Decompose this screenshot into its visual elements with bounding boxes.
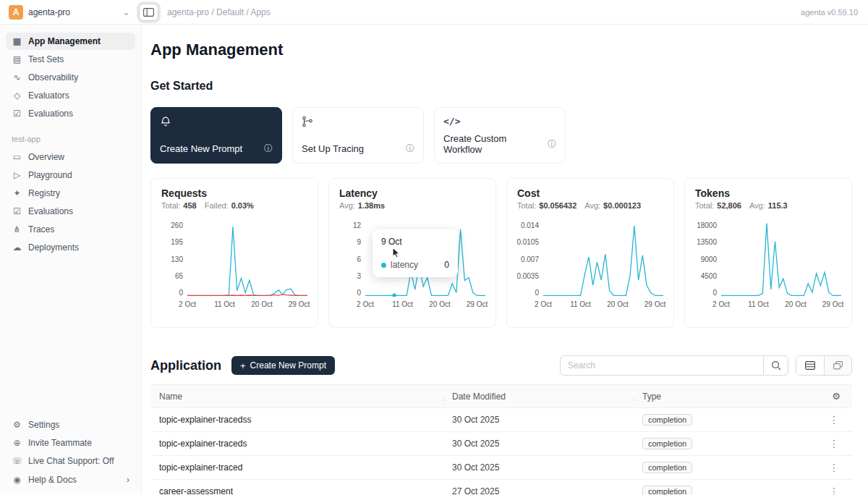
stat-subtitle: Total:52,806 Avg:115.3 bbox=[695, 201, 841, 210]
cost-chart[interactable] bbox=[543, 221, 663, 297]
bell-icon bbox=[160, 116, 171, 127]
sidebar-item-help-docs[interactable]: ◉ Help & Docs › bbox=[6, 470, 135, 488]
info-icon[interactable]: ⓘ bbox=[548, 138, 556, 151]
search-group bbox=[560, 355, 788, 376]
x-axis-labels: 2 Oct11 Oct20 Oct29 Oct bbox=[365, 297, 485, 310]
card-view-button[interactable] bbox=[824, 356, 851, 375]
stat-title: Cost bbox=[517, 187, 663, 199]
code-icon: </> bbox=[443, 116, 556, 127]
card-view-icon bbox=[833, 361, 843, 370]
table-settings-gear-icon[interactable]: ⚙ bbox=[832, 391, 841, 402]
sidebar-item-test-sets[interactable]: ▤ Test Sets bbox=[6, 51, 135, 68]
application-heading: Application bbox=[150, 358, 221, 373]
search-button[interactable] bbox=[764, 355, 788, 376]
app-name: career-assessment bbox=[150, 486, 443, 495]
app-type-badge: completion bbox=[642, 414, 692, 426]
row-menu-button[interactable]: ⋮ bbox=[826, 486, 842, 495]
app-grid-icon: ▦ bbox=[12, 36, 22, 46]
y-axis-labels: 0.0140.01050.0070.00350 bbox=[517, 221, 543, 297]
tooltip-date: 9 Oct bbox=[381, 237, 449, 247]
sidebar-item-label: Evaluators bbox=[28, 90, 69, 101]
sidebar-item-settings[interactable]: ⚙ Settings bbox=[6, 416, 135, 433]
get-started-cards: Create New Prompt ⓘ Set Up Tracing ⓘ </> bbox=[150, 107, 852, 164]
x-axis-labels: 2 Oct11 Oct20 Oct29 Oct bbox=[543, 297, 663, 310]
top-bar: A agenta-pro ⌄ agenta-pro / Default / Ap… bbox=[0, 0, 868, 25]
page-title: App Management bbox=[150, 41, 852, 59]
app-name: topic-explainer-traceds bbox=[150, 439, 443, 449]
sidebar-item-label: Help & Docs bbox=[28, 475, 77, 485]
tokens-chart[interactable] bbox=[721, 221, 841, 297]
breadcrumb[interactable]: agenta-pro / Default / Apps bbox=[167, 7, 271, 17]
app-type-badge: completion bbox=[642, 462, 692, 473]
app-date-modified: 27 Oct 2025 bbox=[443, 486, 634, 495]
sidebar-item-playground[interactable]: ▷ Playground bbox=[6, 166, 135, 184]
sidebar-item-registry[interactable]: ✦ Registry bbox=[6, 185, 135, 202]
get-started-heading: Get Started bbox=[150, 80, 852, 93]
stat-subtitle: Avg:1.38ms bbox=[339, 201, 485, 210]
y-axis-labels: 1800013500900045000 bbox=[695, 221, 721, 297]
row-menu-button[interactable]: ⋮ bbox=[826, 414, 842, 426]
table-row-topic-explainer-traceds[interactable]: topic-explainer-traceds 30 Oct 2025 comp… bbox=[150, 432, 852, 456]
sidebar-item-label: Registry bbox=[28, 188, 60, 198]
create-custom-workflow-card[interactable]: </> Create Custom Workflow ⓘ bbox=[434, 107, 566, 164]
stat-title: Latency bbox=[339, 187, 485, 199]
sidebar-toggle-button[interactable] bbox=[139, 4, 158, 21]
sidebar-item-label: App Management bbox=[28, 36, 101, 46]
sidebar-item-observability[interactable]: ∿ Observability bbox=[6, 69, 135, 86]
sidebar-item-invite-teammate[interactable]: ⊕ Invite Teammate bbox=[6, 434, 135, 452]
app-date-modified: 30 Oct 2025 bbox=[443, 439, 634, 449]
sidebar-item-deployments[interactable]: ☁ Deployments bbox=[6, 239, 135, 256]
view-toggle bbox=[796, 355, 852, 376]
info-icon[interactable]: ⓘ bbox=[406, 143, 414, 155]
chevron-right-icon: › bbox=[127, 474, 129, 485]
table-row-career-assessment[interactable]: career-assessment 27 Oct 2025 completion… bbox=[150, 480, 852, 495]
sidebar-item-evaluations[interactable]: ☑ Evaluations bbox=[6, 105, 135, 122]
overview-icon: ▭ bbox=[12, 152, 22, 162]
sidebar-item-label: Playground bbox=[28, 170, 72, 180]
column-header-name[interactable]: Name bbox=[150, 392, 443, 402]
search-input[interactable] bbox=[560, 355, 764, 376]
create-new-prompt-card[interactable]: Create New Prompt ⓘ bbox=[150, 107, 282, 164]
set-up-tracing-card[interactable]: Set Up Tracing ⓘ bbox=[292, 107, 424, 164]
create-new-prompt-button[interactable]: + Create New Prompt bbox=[231, 356, 335, 375]
sidebar-item-app-management[interactable]: ▦ App Management bbox=[6, 33, 135, 50]
table-row-topic-explainer-tracedss[interactable]: topic-explainer-tracedss 30 Oct 2025 com… bbox=[150, 408, 852, 432]
app-date-modified: 30 Oct 2025 bbox=[443, 415, 634, 425]
evaluations-icon: ☑ bbox=[12, 206, 22, 216]
sidebar-item-evaluations[interactable]: ☑ Evaluations bbox=[6, 203, 135, 220]
stat-card-cost: Cost Total:$0.056432 Avg:$0.000123 0.014… bbox=[506, 178, 674, 328]
panel-toggle-icon bbox=[143, 8, 154, 17]
workspace-name: agenta-pro bbox=[28, 7, 70, 17]
table-view-button[interactable] bbox=[796, 356, 824, 375]
tooltip-series: latency bbox=[391, 260, 418, 270]
app-type-badge: completion bbox=[642, 438, 692, 449]
workspace-avatar: A bbox=[9, 5, 23, 20]
app-date-modified: 30 Oct 2025 bbox=[443, 462, 634, 473]
sidebar-item-label: Evaluations bbox=[28, 206, 73, 216]
workspace-selector[interactable]: A agenta-pro ⌄ bbox=[0, 5, 136, 20]
sidebar-item-overview[interactable]: ▭ Overview bbox=[6, 148, 135, 166]
chevron-down-icon: ⌄ bbox=[122, 10, 130, 14]
sidebar-item-live-chat-support[interactable]: ☏ Live Chat Support: Off bbox=[6, 452, 135, 470]
column-header-type[interactable]: Type bbox=[634, 392, 817, 402]
requests-chart[interactable] bbox=[187, 221, 307, 297]
table-row-topic-explainer-traced[interactable]: topic-explainer-traced 30 Oct 2025 compl… bbox=[150, 456, 852, 480]
plus-icon: + bbox=[240, 361, 246, 371]
sidebar-top-nav: ▦ App Management ▤ Test Sets ∿ Observabi… bbox=[0, 32, 141, 123]
main-content: App Management Get Started Create New Pr… bbox=[142, 25, 868, 495]
info-icon[interactable]: ⓘ bbox=[264, 143, 273, 155]
sidebar-item-evaluators[interactable]: ◇ Evaluators bbox=[6, 87, 135, 104]
row-menu-button[interactable]: ⋮ bbox=[826, 438, 842, 449]
sidebar-item-traces[interactable]: ⋔ Traces bbox=[6, 221, 135, 238]
x-axis-labels: 2 Oct11 Oct20 Oct29 Oct bbox=[187, 297, 307, 310]
column-header-date-modified[interactable]: Date Modified bbox=[443, 392, 634, 402]
tracing-branch-icon bbox=[302, 116, 313, 127]
settings-gear-icon: ⚙ bbox=[12, 420, 22, 430]
chart-tooltip: 9 Oct latency 0 bbox=[373, 229, 458, 277]
sidebar: ▦ App Management ▤ Test Sets ∿ Observabi… bbox=[0, 25, 142, 495]
stat-subtitle: Total:458 Failed:0.03% bbox=[161, 201, 307, 210]
registry-icon: ✦ bbox=[12, 188, 22, 198]
playground-icon: ▷ bbox=[12, 170, 22, 180]
stat-card-requests: Requests Total:458 Failed:0.03% 26019513… bbox=[150, 178, 318, 328]
row-menu-button[interactable]: ⋮ bbox=[826, 462, 842, 473]
